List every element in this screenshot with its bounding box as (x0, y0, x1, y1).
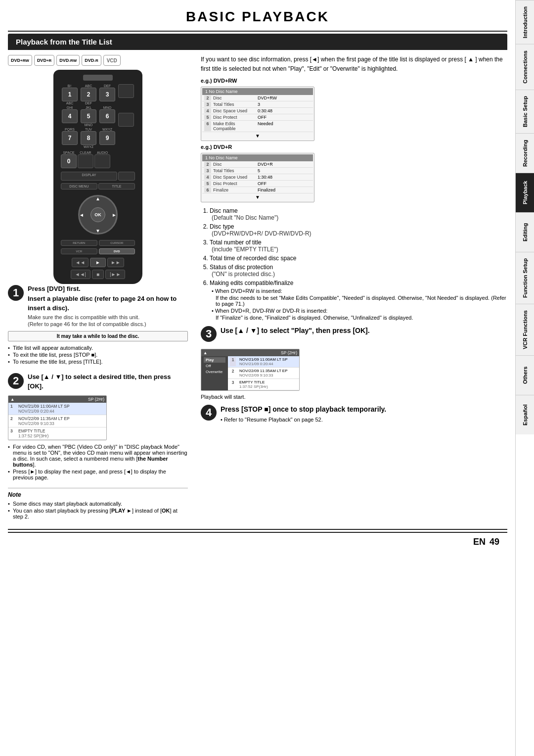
key-rw[interactable]: ◄◄ (72, 258, 89, 267)
dvd-logo-minus-r: DVD -R (82, 55, 101, 66)
note-bullet-2: You can also start playback by pressing … (8, 507, 188, 520)
eg1-row-disc-label: Disc (213, 95, 258, 100)
step3-play-row1: 1 NOV/21/09 11:00AM LT SP NOV/21/09 0:20… (228, 356, 299, 368)
play-action-play[interactable]: Play (204, 357, 225, 363)
bottom-bar: EN 49 (8, 532, 507, 551)
remote-key-area-4: GHI 4 (61, 106, 79, 127)
step3-play-screen-container: ▲ SP (2Hr) Play Off Overwrite (201, 346, 300, 400)
key-1[interactable]: 1 (62, 88, 78, 101)
step3-play-sp: SP (2Hr) (281, 350, 297, 355)
key-7[interactable]: 7 (62, 131, 78, 145)
step2-row1: 1 NOV/21/09 11:00AM LT SP NOV/21/09 0:20… (8, 403, 106, 415)
sidebar-tab-editing[interactable]: Editing (516, 212, 534, 252)
key-8[interactable]: 8 (81, 131, 96, 145)
disc-info-4: Total time of recorded disc space (210, 254, 507, 263)
dvd-logo-minus-rw-sub: -RW (69, 58, 77, 63)
dvd-logo-minus-r-text: DVD (85, 58, 94, 63)
eg1-header-text: 1 No Disc Name (205, 89, 238, 94)
step2-row3-label: EMPTY TITLE (18, 428, 104, 433)
step3-play-actions: Play Off Overwrite (201, 356, 228, 390)
eg2-row-space-value: 1:30:48 (258, 175, 311, 180)
page-title-bar: BASIC PLAYBACK (0, 0, 515, 29)
key-5-sub: MNO (85, 123, 92, 127)
eg2-row-finalize-num: 6 (204, 188, 211, 192)
remote-key-area-1: B/: 1 ABC (61, 84, 79, 105)
key-0[interactable]: 0 (61, 154, 77, 168)
page-wrapper: BASIC PLAYBACK Playback from the Title L… (0, 0, 534, 756)
disc-info-6-bullet-dvdr-header: • When DVD+R, DVD-RW or DVD-R is inserte… (212, 307, 507, 314)
key-7-top: PQRS (65, 128, 75, 131)
remote-top-badge (83, 75, 113, 81)
top-divider (8, 31, 507, 32)
play-action-overwrite[interactable]: Overwrite (204, 369, 225, 375)
key-6-top: MNO (103, 106, 111, 109)
key-3[interactable]: 3 (99, 88, 115, 101)
disc-info-6-bullets: • When DVD+RW is inserted: If the disc n… (210, 287, 507, 321)
step2-screen-header-right: SP (2Hr) (88, 397, 104, 402)
key-clear[interactable] (78, 154, 93, 168)
dvd-logo-r: DVD +R (34, 55, 54, 66)
key-5[interactable]: 5 (81, 109, 96, 123)
step3-play-screen: ▲ SP (2Hr) Play Off Overwrite (201, 349, 300, 391)
eg1-row-titles: 3 Total Titles 3 (202, 101, 313, 108)
key-8-top: TUV (85, 128, 92, 131)
remote-nav-up[interactable]: ▲ (95, 196, 100, 201)
sidebar-tab-playback[interactable]: Playback (516, 173, 534, 212)
remote-key-area-space: SPACE 0 (61, 151, 77, 168)
eg2-row-titles-value: 5 (258, 168, 311, 173)
remote-nav-left[interactable]: ◄ (79, 212, 84, 218)
remote-keypad: B/: 1 ABC ABC 2 DEF DEF 3 (61, 84, 135, 148)
key-display[interactable]: DISPLAY (61, 172, 117, 181)
remote-nav-down[interactable]: ▼ (95, 228, 100, 234)
key-cursor[interactable]: CURSOR (99, 240, 135, 246)
sidebar-tab-recording[interactable]: Recording (516, 133, 534, 173)
eg2-row-space: 4 Disc Space Used 1:30:48 (202, 174, 313, 181)
key-disc-menu[interactable]: DISC MENU (61, 183, 97, 189)
key-func1[interactable] (118, 172, 135, 181)
sidebar-tab-vcr-functions[interactable]: VCR Functions (516, 304, 534, 355)
step2-number: 2 (8, 373, 24, 389)
step2-screen-header: ▲ SP (2Hr) (8, 396, 106, 403)
remote-key-area-blank3 (117, 128, 135, 148)
step2-main-text: Use [▲ / ▼] to select a desired title, t… (28, 372, 188, 391)
sidebar-tab-others[interactable]: Others (516, 355, 534, 395)
remote-vcr-dvd-row: VCR DVD (61, 248, 135, 254)
key-4[interactable]: 4 (62, 109, 78, 123)
eg1-screen-arrow: ▼ (202, 132, 313, 140)
key-return[interactable]: RETURN (61, 240, 97, 246)
remote-nav-right[interactable]: ► (112, 212, 117, 218)
step3-row3-time: 1:37:52 SP(3Hr) (239, 384, 268, 389)
remote-ok-button[interactable]: OK (90, 207, 105, 222)
key-vcr[interactable]: VCR (61, 248, 97, 254)
eg1-row-disc: 2 Disc DVD+RW (202, 95, 313, 101)
key-prev[interactable]: ◄◄| (71, 270, 90, 279)
eg2-row-space-num: 4 (204, 175, 211, 180)
key-next[interactable]: |►► (105, 270, 125, 279)
play-action-off[interactable]: Off (204, 363, 225, 369)
disc-info-6-bullet-dvdrw-header: • When DVD+RW is inserted: (212, 287, 507, 294)
key-dvd[interactable]: DVD (99, 248, 135, 254)
dvd-logo-r-sub: +R (46, 58, 51, 63)
key-2[interactable]: 2 (81, 88, 96, 101)
step3-row2-num: 2 (230, 369, 236, 378)
remote-key-area-8: TUV 8 WXYZ (80, 128, 97, 148)
key-play[interactable]: ► (90, 258, 106, 267)
key-9-top: WXYZ (102, 128, 112, 131)
step2-screen-header-left: ▲ (10, 397, 14, 402)
key-9[interactable]: 9 (99, 131, 115, 145)
key-title[interactable]: TITLE (98, 183, 135, 189)
sidebar-tab-introduction[interactable]: Introduction (516, 0, 534, 44)
eg2-row-titles-label: Total Titles (213, 168, 258, 173)
sidebar-tab-espanol[interactable]: Español (516, 395, 534, 434)
eg2-row-finalize-value: Finalized (258, 188, 311, 192)
remote-key-area-9: WXYZ 9 (98, 128, 116, 148)
step3-row3-content: EMPTY TITLE 1:37:52 SP(3Hr) (239, 380, 268, 389)
sidebar-tab-connections[interactable]: Connections (516, 44, 534, 90)
sidebar-tab-function-setup[interactable]: Function Setup (516, 252, 534, 304)
key-6[interactable]: 6 (99, 109, 115, 123)
remote-display-row: DISPLAY (61, 172, 135, 181)
key-stop[interactable]: ■ (92, 270, 104, 279)
sidebar-tab-basic-setup[interactable]: Basic Setup (516, 90, 534, 133)
key-ff[interactable]: ►► (107, 258, 124, 267)
key-audio[interactable] (94, 154, 110, 168)
